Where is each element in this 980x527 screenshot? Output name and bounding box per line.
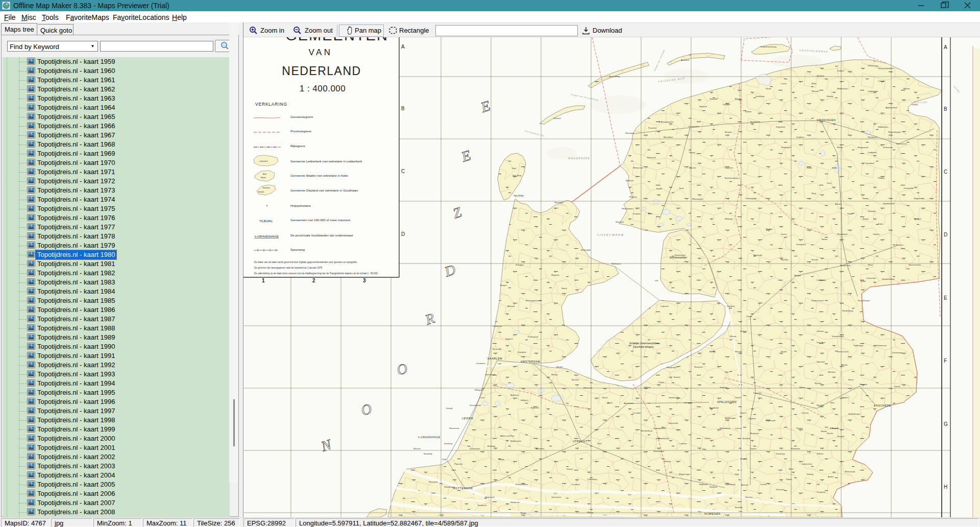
svg-text:Hoogezand: Hoogezand bbox=[857, 146, 868, 149]
svg-text:Urk: Urk bbox=[655, 279, 658, 282]
svg-text:Tilburg: Tilburg bbox=[587, 511, 593, 514]
svg-text:Putten: Putten bbox=[658, 381, 665, 384]
svg-text:Hulpsekretarie: Hulpsekretarie bbox=[290, 204, 311, 207]
svg-text:Elburg: Elburg bbox=[709, 350, 716, 353]
svg-text:Goudriaan: Goudriaan bbox=[262, 187, 270, 189]
svg-text:Den Ham: Den Ham bbox=[817, 341, 826, 344]
svg-text:Bussum: Bussum bbox=[572, 378, 579, 381]
svg-text:Sleen: Sleen bbox=[868, 264, 873, 266]
svg-text:Hummelo: Hummelo bbox=[791, 447, 800, 450]
svg-text:De provinciale hoofdsteden zij: De provinciale hoofdsteden zijn onderstr… bbox=[290, 233, 353, 237]
svg-text:Zuidelijke IJsselmeerpolders: Zuidelijke IJsselmeerpolders bbox=[629, 342, 659, 345]
svg-text:AMSTERDAM: AMSTERDAM bbox=[521, 360, 541, 363]
svg-text:Dieren: Dieren bbox=[750, 447, 756, 450]
svg-text:Uithuizen: Uithuizen bbox=[868, 64, 876, 67]
svg-text:Ruinen: Ruinen bbox=[812, 258, 818, 261]
svg-text:TILBURG: TILBURG bbox=[259, 220, 273, 223]
svg-text:Vledder: Vledder bbox=[766, 228, 773, 230]
svg-text:Schagen: Schagen bbox=[516, 264, 524, 266]
svg-text:Zwolle: Zwolle bbox=[746, 315, 752, 318]
svg-text:Mijdrecht: Mijdrecht bbox=[531, 406, 540, 409]
svg-text:Vries: Vries bbox=[827, 182, 831, 184]
svg-text:Denekamp: Denekamp bbox=[892, 351, 902, 354]
svg-text:Lekkerkerk: Lekkerkerk bbox=[259, 160, 268, 162]
svg-text:Workum: Workum bbox=[629, 196, 637, 198]
svg-text:Tiel: Tiel bbox=[628, 493, 631, 496]
svg-text:Vroomshoop: Vroomshoop bbox=[832, 335, 844, 338]
svg-text:Terborg: Terborg bbox=[806, 473, 814, 475]
svg-text:Siddeburen: Siddeburen bbox=[878, 126, 888, 128]
svg-text:APELDOORN: APELDOORN bbox=[717, 400, 737, 403]
svg-text:Brummen: Brummen bbox=[750, 432, 759, 435]
svg-text:Stadskanaal: Stadskanaal bbox=[883, 202, 894, 205]
svg-text:Assen: Assen bbox=[835, 203, 841, 205]
svg-text:B: B bbox=[944, 106, 947, 112]
svg-text:Menaldum: Menaldum bbox=[664, 136, 673, 138]
svg-text:Naaldwijk: Naaldwijk bbox=[424, 452, 432, 455]
svg-text:Wezep: Wezep bbox=[730, 335, 737, 338]
svg-text:Vlaardingen: Vlaardingen bbox=[444, 486, 455, 488]
svg-text:Schoonebeek: Schoonebeek bbox=[882, 278, 894, 280]
svg-text:Ommen: Ommen bbox=[817, 330, 824, 332]
svg-text:Heelsum: Heelsum bbox=[699, 483, 707, 486]
svg-text:Stavoren: Stavoren bbox=[616, 221, 624, 223]
svg-text:Uithuizermeeden: Uithuizermeeden bbox=[878, 67, 893, 69]
svg-text:Slochteren: Slochteren bbox=[868, 136, 877, 138]
svg-text:Dalen: Dalen bbox=[861, 280, 866, 282]
svg-text:Wassenaar: Wassenaar bbox=[449, 427, 460, 429]
svg-text:Vorden: Vorden bbox=[796, 427, 803, 429]
svg-text:Beekbergen: Beekbergen bbox=[725, 417, 736, 419]
svg-text:Harlingen: Harlingen bbox=[625, 132, 634, 134]
svg-text:Markelo: Markelo bbox=[817, 404, 824, 406]
svg-text:Soest: Soest bbox=[607, 401, 613, 404]
svg-text:Hindeloopen: Hindeloopen bbox=[622, 207, 633, 210]
svg-text:Oosterbeek: Oosterbeek bbox=[725, 483, 736, 486]
svg-text:Gemeente Lekkerkerk met sekret: Gemeente Lekkerkerk met sekretarie in Le… bbox=[290, 159, 362, 163]
svg-text:Wehl: Wehl bbox=[789, 468, 793, 470]
svg-text:Dinxperlo: Dinxperlo bbox=[817, 491, 826, 493]
svg-text:Drachten: Drachten bbox=[725, 166, 733, 169]
svg-text:Scheemda: Scheemda bbox=[883, 146, 893, 149]
svg-text:Lochem: Lochem bbox=[801, 412, 809, 414]
svg-text:Delft: Delft bbox=[442, 458, 447, 461]
svg-text:Voorburg: Voorburg bbox=[444, 442, 452, 445]
svg-text:Kampen: Kampen bbox=[727, 305, 734, 307]
svg-text:Harderwijk: Harderwijk bbox=[667, 366, 676, 369]
svg-text:Ulrum: Ulrum bbox=[766, 87, 771, 90]
svg-text:Breda: Breda bbox=[521, 512, 526, 514]
svg-text:Zevenaar: Zevenaar bbox=[776, 488, 785, 491]
svg-text:Usquert: Usquert bbox=[837, 69, 845, 72]
svg-text:G: G bbox=[944, 421, 948, 427]
svg-text:Veendam: Veendam bbox=[866, 162, 875, 164]
svg-text:ENSCHEDE: ENSCHEDE bbox=[874, 404, 891, 407]
svg-text:Ruurlo: Ruurlo bbox=[827, 432, 834, 435]
svg-text:Zandvoort: Zandvoort bbox=[476, 362, 486, 365]
svg-text:Aalten: Aalten bbox=[828, 475, 834, 478]
svg-text:Otterlo: Otterlo bbox=[704, 437, 711, 440]
svg-text:Gemeenten met 100.000 of meer: Gemeenten met 100.000 of meer inwoners bbox=[290, 218, 351, 222]
svg-text:Sliedrecht: Sliedrecht bbox=[510, 501, 520, 504]
svg-text:Heerde: Heerde bbox=[735, 350, 742, 353]
svg-text:Rhenen: Rhenen bbox=[664, 460, 671, 463]
svg-text:De grenzen zijn weergegeven na: De grenzen zijn weergegeven naar de toes… bbox=[254, 267, 323, 269]
svg-text:Anjum: Anjum bbox=[735, 98, 741, 100]
svg-text:Hoogeveen: Hoogeveen bbox=[840, 264, 850, 267]
svg-text:Goor: Goor bbox=[830, 401, 835, 404]
svg-text:IJSSELMEER: IJSSELMEER bbox=[597, 233, 624, 236]
svg-text:Muiden: Muiden bbox=[556, 366, 563, 368]
svg-text:GRONINGEN: GRONINGEN bbox=[817, 118, 836, 122]
svg-text:Dwingeloo: Dwingeloo bbox=[796, 243, 806, 246]
svg-text:Holten: Holten bbox=[799, 386, 805, 389]
svg-text:'s-GRAVENHAGE: 's-GRAVENHAGE bbox=[254, 235, 279, 238]
svg-text:LEIDEN: LEIDEN bbox=[462, 417, 473, 420]
svg-text:Huissen: Huissen bbox=[745, 496, 752, 498]
svg-text:Franeker: Franeker bbox=[648, 127, 657, 129]
svg-text:Weesp: Weesp bbox=[551, 373, 558, 376]
svg-text:Losser: Losser bbox=[894, 385, 901, 388]
svg-text:Grouw: Grouw bbox=[689, 151, 695, 154]
svg-text:Diever: Diever bbox=[781, 233, 787, 235]
svg-text:Wagenborgen: Wagenborgen bbox=[888, 131, 901, 133]
svg-text:Zuidbroek: Zuidbroek bbox=[868, 151, 877, 154]
svg-text:Groenlo: Groenlo bbox=[837, 435, 845, 438]
svg-text:Zoutkamp: Zoutkamp bbox=[755, 95, 765, 98]
